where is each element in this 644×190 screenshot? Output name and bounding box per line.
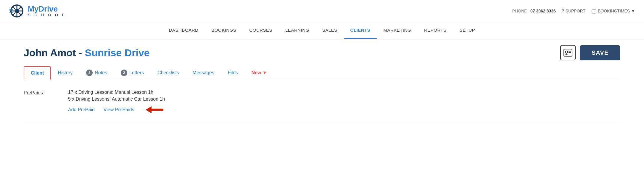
title-separator: - — [76, 47, 85, 58]
header-right: SAVE — [560, 45, 620, 60]
prepaids-actions: Add PrePaid View PrePaids — [68, 106, 165, 114]
tab-notes[interactable]: 3 Notes — [79, 66, 114, 80]
tab-messages[interactable]: Messages — [186, 66, 221, 79]
svg-line-8 — [18, 7, 21, 9]
tab-new[interactable]: New ▼ — [245, 66, 274, 79]
tab-files-label: Files — [228, 70, 238, 75]
id-card-icon — [564, 49, 572, 57]
tab-new-chevron: ▼ — [262, 70, 267, 75]
svg-point-11 — [565, 51, 568, 53]
svg-marker-14 — [146, 106, 163, 113]
arrow-indicator — [146, 106, 163, 114]
logo-school: S C H O O L — [28, 13, 66, 17]
nav-learning[interactable]: LEARNING — [279, 22, 316, 39]
prepaids-section: PrePaids: 17 x Driving Lessons: Manual L… — [24, 87, 620, 123]
phone-section: PHONE 07 3062 8336 — [512, 9, 556, 13]
phone-number: 07 3062 8336 — [530, 9, 556, 13]
profile-card-button[interactable] — [560, 45, 576, 60]
top-bar: MyDrive S C H O O L PHONE 07 3062 8336 ?… — [0, 0, 644, 22]
user-circle-icon: ◯ — [591, 8, 597, 14]
tab-notes-label: Notes — [95, 70, 107, 75]
tab-messages-label: Messages — [193, 70, 214, 75]
nav-marketing[interactable]: MARKETING — [377, 22, 418, 39]
nav-sales[interactable]: SALES — [316, 22, 344, 39]
letters-badge: 2 — [121, 70, 127, 76]
prepaids-content: 17 x Driving Lessons: Manual Lesson 1h 5… — [68, 90, 165, 114]
svg-line-9 — [13, 12, 15, 15]
tab-history[interactable]: History — [51, 66, 79, 79]
page-header: John Amot - Sunrise Drive SAVE — [24, 45, 620, 60]
tab-new-label: New — [252, 70, 261, 75]
svg-point-1 — [15, 9, 19, 13]
booking-label: BOOKINGTIMES — [598, 9, 630, 13]
nav-setup[interactable]: SETUP — [453, 22, 482, 39]
top-right-area: PHONE 07 3062 8336 ? SUPPORT ◯ BOOKINGTI… — [512, 8, 635, 14]
prepaid-item-1: 17 x Driving Lessons: Manual Lesson 1h — [68, 90, 165, 95]
notes-badge: 3 — [86, 70, 93, 76]
booking-link[interactable]: ◯ BOOKINGTIMES ▼ — [591, 8, 635, 14]
client-subtitle: Sunrise Drive — [85, 47, 150, 58]
nav-clients[interactable]: CLIENTS — [344, 22, 377, 39]
tab-client[interactable]: Client — [24, 66, 51, 80]
nav-courses[interactable]: COURSES — [243, 22, 279, 39]
svg-line-7 — [18, 12, 21, 15]
save-button[interactable]: SAVE — [580, 45, 620, 60]
support-link[interactable]: ? SUPPORT — [562, 8, 585, 14]
view-prepaids-link[interactable]: View PrePaids — [104, 107, 134, 112]
content-area: John Amot - Sunrise Drive SAVE Client Hi… — [0, 39, 644, 132]
tab-checklists[interactable]: Checklists — [151, 66, 186, 79]
nav-bookings[interactable]: BOOKINGS — [205, 22, 243, 39]
page-title: John Amot - Sunrise Drive — [24, 47, 150, 59]
prepaids-label: PrePaids: — [24, 90, 59, 114]
chevron-down-icon: ▼ — [631, 9, 635, 13]
logo-drive: Drive — [38, 4, 58, 13]
phone-label: PHONE — [512, 9, 527, 13]
main-nav: DASHBOARD BOOKINGS COURSES LEARNING SALE… — [0, 22, 644, 39]
tab-checklists-label: Checklists — [157, 70, 179, 75]
logo-my: My — [28, 4, 38, 13]
add-prepaid-link[interactable]: Add PrePaid — [68, 107, 95, 112]
logo: MyDrive S C H O O L — [9, 3, 66, 19]
tab-letters[interactable]: 2 Letters — [114, 66, 151, 80]
tab-history-label: History — [58, 70, 73, 75]
question-icon: ? — [562, 8, 564, 14]
prepaid-item-2: 5 x Driving Lessons: Automatic Car Lesso… — [68, 96, 165, 102]
red-arrow-icon — [146, 106, 163, 114]
logo-text: MyDrive S C H O O L — [28, 5, 66, 17]
nav-reports[interactable]: REPORTS — [418, 22, 453, 39]
tab-letters-label: Letters — [129, 70, 144, 75]
logo-icon — [9, 3, 25, 19]
svg-line-6 — [13, 7, 15, 9]
client-name: John Amot — [24, 47, 76, 58]
tab-client-label: Client — [31, 70, 44, 76]
nav-dashboard[interactable]: DASHBOARD — [162, 22, 205, 39]
support-label: SUPPORT — [566, 9, 585, 13]
tabs-bar: Client History 3 Notes 2 Letters Checkli… — [24, 66, 620, 80]
tab-files[interactable]: Files — [221, 66, 245, 79]
